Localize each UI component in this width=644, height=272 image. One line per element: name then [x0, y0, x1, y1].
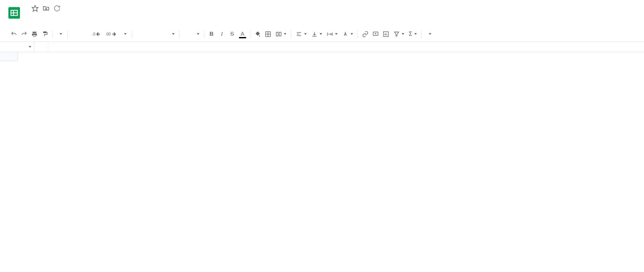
borders-button[interactable]	[263, 29, 273, 39]
menu-edit[interactable]	[32, 19, 39, 22]
bold-button[interactable]: B	[207, 29, 216, 39]
chevron-down-icon	[304, 33, 307, 35]
font-family-select[interactable]	[135, 29, 177, 39]
font-size-select[interactable]	[182, 29, 201, 39]
cloud-sync-icon[interactable]	[53, 5, 61, 12]
chevron-down-icon	[335, 33, 338, 35]
redo-icon[interactable]	[19, 29, 29, 39]
chevron-down-icon	[429, 33, 431, 35]
functions-button[interactable]: Σ	[407, 29, 419, 39]
chevron-down-icon	[402, 33, 404, 35]
vertical-align-button[interactable]	[309, 29, 324, 39]
insert-link-button[interactable]	[360, 29, 370, 39]
insert-comment-button[interactable]	[371, 29, 380, 39]
svg-rect-9	[276, 32, 278, 36]
toolbar: .0 .00 B I S A Σ	[0, 26, 644, 42]
insert-chart-button[interactable]	[381, 29, 391, 39]
app-header	[0, 0, 644, 26]
menu-file[interactable]	[25, 19, 32, 22]
chevron-down-icon	[320, 33, 322, 35]
menu-view[interactable]	[39, 19, 46, 22]
chevron-down-icon	[172, 33, 175, 35]
chevron-down-icon	[414, 33, 417, 35]
paint-format-icon[interactable]	[40, 29, 50, 39]
currency-format-button[interactable]	[70, 29, 80, 39]
strikethrough-button[interactable]: S	[227, 29, 237, 39]
move-to-folder-icon[interactable]	[43, 5, 50, 12]
name-box[interactable]	[0, 42, 34, 52]
chevron-down-icon	[124, 33, 127, 35]
svg-point-5	[259, 35, 260, 36]
menu-insert[interactable]	[46, 19, 53, 22]
text-wrap-button[interactable]	[325, 29, 340, 39]
chevron-down-icon	[351, 33, 353, 35]
formula-bar	[0, 42, 644, 52]
print-icon[interactable]	[30, 29, 39, 39]
percent-format-button[interactable]	[81, 29, 90, 39]
sheets-logo[interactable]	[6, 3, 22, 23]
formula-input[interactable]	[48, 42, 644, 52]
svg-marker-4	[32, 5, 38, 11]
chevron-down-icon	[197, 33, 199, 35]
menu-accessibility[interactable]	[89, 19, 95, 22]
python-button[interactable]	[424, 29, 434, 39]
menu-data[interactable]	[61, 19, 67, 22]
number-format-select[interactable]	[120, 29, 129, 39]
star-icon[interactable]	[32, 5, 39, 12]
fx-label	[34, 42, 48, 52]
menu-help[interactable]	[82, 19, 88, 22]
decrease-decimals-button[interactable]: .0	[91, 29, 103, 39]
undo-icon[interactable]	[9, 29, 19, 39]
merge-cells-button[interactable]	[274, 29, 288, 39]
spreadsheet-grid	[0, 52, 644, 61]
select-all-corner[interactable]	[0, 52, 18, 61]
menu-extensions[interactable]	[75, 19, 81, 22]
fill-color-button[interactable]	[253, 29, 263, 39]
chevron-down-icon	[284, 33, 286, 35]
svg-rect-10	[279, 32, 281, 36]
menu-bar	[25, 15, 638, 26]
menu-tools[interactable]	[68, 19, 74, 22]
filter-button[interactable]	[391, 29, 406, 39]
italic-button[interactable]: I	[217, 29, 227, 39]
zoom-select[interactable]	[55, 29, 65, 39]
menu-format[interactable]	[53, 19, 60, 22]
chevron-down-icon	[60, 33, 62, 35]
chevron-down-icon	[29, 46, 31, 48]
increase-decimals-button[interactable]: .00	[104, 29, 119, 39]
text-rotation-button[interactable]	[340, 29, 355, 39]
horizontal-align-button[interactable]	[294, 29, 309, 39]
text-color-button[interactable]: A	[238, 29, 247, 39]
document-title[interactable]	[25, 8, 28, 9]
